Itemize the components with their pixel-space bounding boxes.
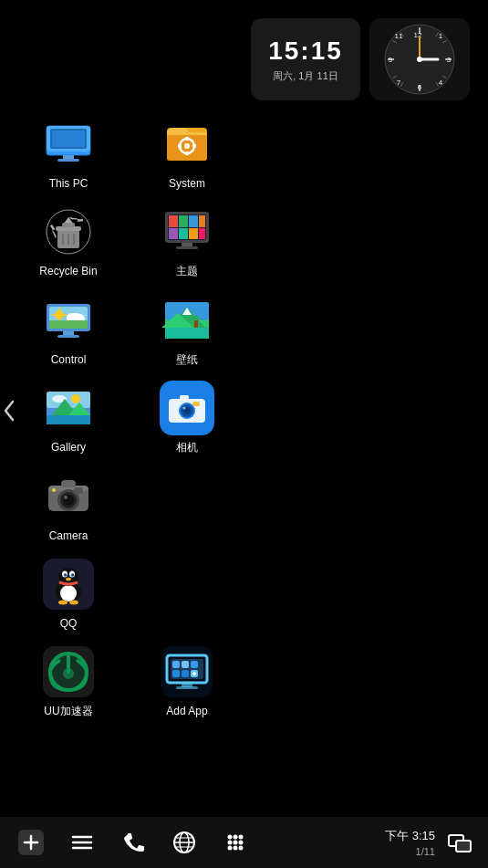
control-icon — [41, 293, 96, 348]
svg-rect-37 — [178, 144, 182, 148]
svg-rect-91 — [192, 402, 200, 406]
qq-icon — [41, 557, 96, 612]
icon-gallery[interactable]: Gallery — [9, 373, 128, 461]
svg-rect-122 — [182, 661, 189, 668]
taskbar-right-area: 下午 3:15 1/11 — [385, 828, 473, 857]
svg-rect-68 — [57, 335, 79, 338]
icon-add-app[interactable]: Add App — [128, 637, 246, 725]
svg-text:7: 7 — [397, 78, 401, 87]
svg-point-144 — [239, 841, 244, 845]
camera-hw-label: Camera — [49, 529, 88, 542]
svg-point-33 — [184, 143, 190, 149]
camera-app-icon — [160, 381, 214, 435]
taskbar-page: 1/11 — [416, 846, 435, 857]
svg-rect-35 — [185, 152, 189, 155]
svg-rect-83 — [47, 415, 90, 424]
svg-rect-74 — [165, 328, 209, 339]
taskbar-multitask-button[interactable] — [446, 829, 473, 856]
recycle-bin-label: Recycle Bin — [39, 265, 97, 277]
digital-clock-widget[interactable]: 15:15 周六, 1月 11日 — [251, 18, 360, 100]
svg-rect-41 — [62, 223, 75, 227]
svg-point-89 — [183, 407, 186, 410]
svg-text:1: 1 — [439, 32, 443, 40]
icon-theme[interactable]: 主题 — [128, 197, 246, 285]
icon-qq[interactable]: QQ — [9, 549, 128, 637]
page-arrow-left[interactable] — [0, 392, 18, 429]
camera-hw-icon — [41, 469, 96, 524]
uu-booster-label: UU加速器 — [44, 705, 92, 717]
qq-label: QQ — [60, 617, 78, 630]
svg-rect-125 — [182, 670, 189, 677]
add-app-icon — [160, 644, 214, 699]
svg-point-79 — [71, 394, 80, 403]
svg-rect-123 — [191, 661, 198, 668]
wallpaper-label: 壁纸 — [176, 353, 198, 366]
svg-rect-56 — [176, 246, 198, 249]
taskbar-clock-info: 下午 3:15 1/11 — [385, 828, 435, 857]
svg-text:12: 12 — [414, 31, 422, 39]
svg-point-112 — [58, 600, 67, 604]
desktop: 15:15 周六, 1月 11日 — [0, 0, 488, 817]
gallery-label: Gallery — [51, 441, 86, 454]
svg-rect-54 — [199, 228, 205, 239]
svg-rect-49 — [189, 215, 198, 227]
theme-label: 主题 — [176, 265, 198, 277]
svg-text:3: 3 — [447, 56, 452, 64]
analog-clock-face: 12 1 3 4 6 7 9 11 — [383, 23, 456, 96]
svg-point-109 — [65, 574, 67, 576]
taskbar-left — [15, 826, 252, 859]
svg-point-150 — [239, 846, 244, 851]
control-label: Control — [51, 353, 87, 366]
taskbar-apps-button[interactable] — [219, 826, 252, 859]
icon-system[interactable]: System — [128, 110, 246, 197]
uu-booster-icon — [41, 644, 96, 699]
svg-text:11: 11 — [395, 32, 403, 40]
icon-uu-booster[interactable]: UU加速器 — [9, 637, 128, 725]
svg-text:6: 6 — [418, 83, 422, 91]
svg-rect-152 — [456, 841, 471, 852]
svg-point-97 — [64, 496, 67, 499]
digital-clock-time: 15:15 — [268, 37, 343, 66]
icon-wallpaper[interactable]: 壁纸 — [128, 286, 246, 373]
svg-rect-99 — [74, 487, 83, 494]
taskbar-globe-button[interactable] — [168, 826, 201, 859]
icon-camera-app[interactable]: 相机 — [128, 373, 246, 461]
taskbar-add-button[interactable] — [15, 826, 47, 859]
add-app-label: Add App — [166, 705, 207, 717]
svg-rect-47 — [169, 215, 178, 227]
analog-clock-widget[interactable]: 12 1 3 4 6 7 9 11 — [369, 18, 470, 100]
svg-point-145 — [228, 835, 233, 840]
icon-recycle-bin[interactable]: Recycle Bin — [9, 197, 128, 285]
svg-point-143 — [234, 841, 238, 845]
svg-point-23 — [417, 57, 422, 62]
svg-point-59 — [55, 310, 64, 319]
svg-rect-124 — [172, 670, 180, 677]
digital-clock-date: 周六, 1月 11日 — [273, 69, 338, 83]
taskbar-phone-button[interactable] — [117, 826, 150, 859]
svg-text:4: 4 — [439, 78, 443, 87]
icon-camera-hw[interactable]: Camera — [9, 462, 128, 549]
widgets-row: 15:15 周六, 1月 11日 — [0, 9, 488, 100]
svg-rect-130 — [176, 686, 198, 689]
svg-point-149 — [234, 846, 238, 851]
svg-point-110 — [72, 574, 74, 576]
svg-rect-52 — [179, 228, 188, 239]
svg-rect-121 — [172, 661, 180, 668]
svg-rect-98 — [61, 480, 76, 487]
svg-point-117 — [63, 668, 74, 679]
taskbar-menu-button[interactable] — [66, 826, 99, 859]
theme-icon — [160, 204, 214, 259]
svg-rect-90 — [180, 395, 189, 401]
system-label: System — [169, 177, 205, 190]
icon-this-pc[interactable]: This PC — [9, 110, 128, 197]
svg-rect-50 — [199, 215, 205, 227]
svg-rect-27 — [52, 131, 85, 147]
svg-rect-53 — [189, 228, 198, 239]
svg-rect-66 — [49, 320, 88, 329]
svg-text:9: 9 — [389, 56, 393, 64]
svg-rect-29 — [57, 159, 79, 162]
system-icon — [160, 117, 214, 172]
svg-rect-34 — [185, 137, 189, 141]
svg-rect-75 — [194, 320, 198, 328]
icon-control[interactable]: Control — [9, 286, 128, 373]
